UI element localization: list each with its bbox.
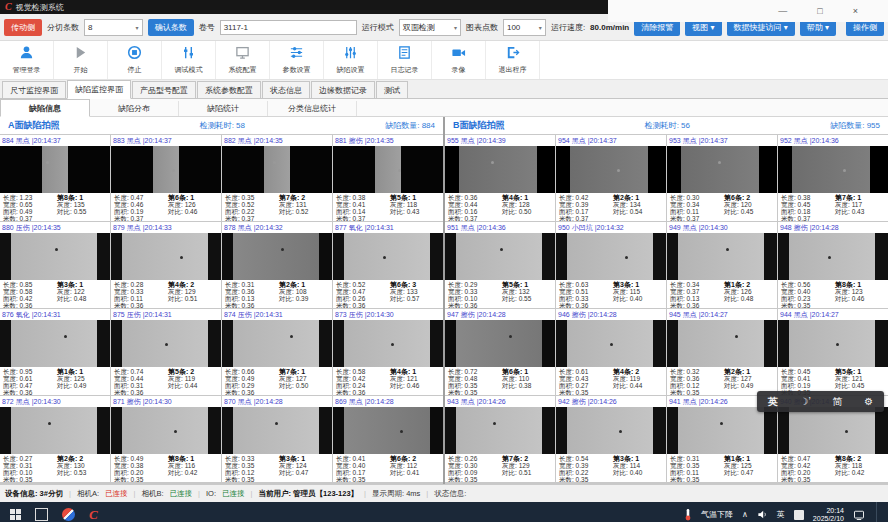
defect-cell[interactable]: 877氧化|20:14:31长度: 0.52宽度: 0.47面积: 0.26米数… (333, 222, 443, 308)
defect-cell[interactable]: 945黑点|20:14:27长度: 0.32宽度: 0.36面积: 0.12米数… (667, 309, 777, 395)
subtab-0[interactable]: 缺陷信息 (0, 99, 90, 117)
defect-image[interactable] (333, 407, 443, 454)
minimize-button[interactable]: — (778, 6, 787, 16)
action-exit[interactable]: 退出程序 (486, 41, 540, 79)
defect-cell[interactable]: 879黑点|20:14:33长度: 0.28宽度: 0.33面积: 0.11米数… (111, 222, 221, 308)
subtab-2[interactable]: 缺陷统计 (179, 101, 268, 116)
defect-cell[interactable]: 869黑点|20:14:28长度: 0.41宽度: 0.40面积: 0.17米数… (333, 396, 443, 482)
defect-cell[interactable]: 871擦伤|20:14:30长度: 0.49宽度: 0.38面积: 0.20米数… (111, 396, 221, 482)
defect-image[interactable] (778, 146, 888, 193)
defect-image[interactable] (778, 320, 888, 367)
defect-image[interactable] (556, 146, 666, 193)
ime-simplified-toggle[interactable]: 简 (832, 395, 842, 409)
ime-english-toggle[interactable]: 英 (768, 395, 778, 409)
weather-text[interactable]: 气温下降 (701, 509, 733, 520)
gear-icon[interactable]: ⚙ (864, 396, 873, 407)
defect-image[interactable] (333, 320, 443, 367)
tray-expand-icon[interactable]: ∧ (742, 510, 748, 519)
chart-points-select[interactable]: 100▾ (503, 19, 546, 36)
defect-cell[interactable]: 872黑点|20:14:30长度: 0.27宽度: 0.31面积: 0.10米数… (0, 396, 110, 482)
defect-image[interactable] (556, 320, 666, 367)
defect-cell[interactable]: 880压伤|20:14:35长度: 0.85宽度: 0.58面积: 0.42米数… (0, 222, 110, 308)
defect-cell[interactable]: 955黑点|20:14:39长度: 0.36宽度: 0.44面积: 0.16米数… (445, 135, 555, 221)
maximize-button[interactable]: □ (817, 6, 822, 16)
tab-2[interactable]: 产品型号配置 (132, 81, 196, 98)
defect-image[interactable] (111, 233, 221, 280)
defect-cell[interactable]: 949黑点|20:14:30长度: 0.34宽度: 0.37面积: 0.13米数… (667, 222, 777, 308)
start-button-icon[interactable] (10, 509, 21, 520)
defect-cell[interactable]: 882黑点|20:14:35长度: 0.35宽度: 0.52面积: 0.22米数… (222, 135, 332, 221)
action-play[interactable]: 开始 (54, 41, 108, 79)
defect-image[interactable] (0, 233, 110, 280)
defect-image[interactable] (556, 233, 666, 280)
tab-6[interactable]: 测试 (376, 81, 408, 98)
subtab-3[interactable]: 分类信息统计 (268, 101, 357, 116)
action-log[interactable]: 日志记录 (378, 41, 432, 79)
defect-image[interactable] (556, 407, 666, 454)
defect-cell[interactable]: 952黑点|20:14:36长度: 0.38宽度: 0.45面积: 0.18米数… (778, 135, 888, 221)
defect-cell[interactable]: 953黑点|20:14:37长度: 0.30宽度: 0.34面积: 0.11米数… (667, 135, 777, 221)
defect-image[interactable] (445, 233, 555, 280)
drive-side-button[interactable]: 传动侧 (4, 19, 42, 36)
confirm-count-button[interactable]: 确认条数 (148, 19, 194, 36)
defect-image[interactable] (667, 320, 777, 367)
moon-icon[interactable]: ☽’ (800, 396, 811, 407)
defect-image[interactable] (667, 407, 777, 454)
defect-cell[interactable]: 943黑点|20:14:26长度: 0.26宽度: 0.30面积: 0.09米数… (445, 396, 555, 482)
defect-image[interactable] (111, 146, 221, 193)
defect-cell[interactable]: 946擦伤|20:14:28长度: 0.61宽度: 0.43面积: 0.27米数… (556, 309, 666, 395)
defect-cell[interactable]: 944黑点|20:14:27长度: 0.45宽度: 0.41面积: 0.19米数… (778, 309, 888, 395)
notification-tray-icon[interactable] (853, 509, 865, 521)
slit-count-select[interactable]: 8▾ (84, 19, 143, 36)
defect-cell[interactable]: 951黑点|20:14:36长度: 0.29宽度: 0.33面积: 0.10米数… (445, 222, 555, 308)
tab-0[interactable]: 尺寸监控界面 (2, 81, 66, 98)
defect-image[interactable] (667, 233, 777, 280)
action-user[interactable]: 管理登录 (0, 41, 54, 79)
defect-cell[interactable]: 948擦伤|20:14:28长度: 0.56宽度: 0.40面积: 0.23米数… (778, 222, 888, 308)
defect-cell[interactable]: 942擦伤|20:14:26长度: 0.54宽度: 0.39面积: 0.22米数… (556, 396, 666, 482)
defect-cell[interactable]: 947擦伤|20:14:28长度: 0.72宽度: 0.48面积: 0.35米数… (445, 309, 555, 395)
defect-image[interactable] (445, 320, 555, 367)
defect-image[interactable] (0, 407, 110, 454)
roll-number-input[interactable]: 3117-1 (220, 20, 357, 35)
defect-cell[interactable]: 875压伤|20:14:31长度: 0.74宽度: 0.44面积: 0.31米数… (111, 309, 221, 395)
defect-image[interactable] (0, 146, 110, 193)
defect-cell[interactable]: 878黑点|20:14:32长度: 0.31宽度: 0.36面积: 0.13米数… (222, 222, 332, 308)
defect-cell[interactable]: 883黑点|20:14:37长度: 0.47宽度: 0.46面积: 0.19米数… (111, 135, 221, 221)
run-mode-select[interactable]: 双面检测▾ (399, 19, 461, 36)
browser-icon[interactable] (62, 508, 75, 521)
action-sliders-h[interactable]: 参数设置 (270, 41, 324, 79)
defect-image[interactable] (111, 407, 221, 454)
defect-cell[interactable]: 873压伤|20:14:30长度: 0.58宽度: 0.42面积: 0.24米数… (333, 309, 443, 395)
action-debug-sliders[interactable]: 调试模式 (162, 41, 216, 79)
defect-image[interactable] (778, 233, 888, 280)
ime-icon[interactable] (794, 510, 804, 520)
language-indicator[interactable]: 英 (777, 509, 785, 520)
defect-cell[interactable]: 874压伤|20:14:31长度: 0.66宽度: 0.49面积: 0.29米数… (222, 309, 332, 395)
subtab-1[interactable]: 缺陷分布 (90, 101, 179, 116)
volume-icon[interactable] (757, 509, 768, 520)
defect-cell[interactable]: 950小凹坑|20:14:32长度: 0.63宽度: 0.51面积: 0.33米… (556, 222, 666, 308)
defect-cell[interactable]: 954黑点|20:14:37长度: 0.42宽度: 0.39面积: 0.17米数… (556, 135, 666, 221)
tab-3[interactable]: 系统参数配置 (197, 81, 261, 98)
action-stop[interactable]: 停止 (108, 41, 162, 79)
show-desktop-button[interactable] (876, 502, 880, 522)
tab-1[interactable]: 缺陷监控界面 (67, 80, 131, 99)
defect-cell[interactable]: 876氧化|20:14:31长度: 0.95宽度: 0.61面积: 0.47米数… (0, 309, 110, 395)
defect-image[interactable] (222, 320, 332, 367)
clock[interactable]: 20:14 2025/2/10 (813, 507, 844, 522)
action-camera[interactable]: 录像 (432, 41, 486, 79)
defect-image[interactable] (111, 320, 221, 367)
defect-image[interactable] (0, 320, 110, 367)
defect-image[interactable] (222, 407, 332, 454)
defect-image[interactable] (445, 407, 555, 454)
defect-image[interactable] (333, 233, 443, 280)
close-button[interactable]: × (853, 6, 858, 16)
defect-image[interactable] (778, 407, 888, 454)
defect-image[interactable] (222, 146, 332, 193)
defect-cell[interactable]: 870黑点|20:14:28长度: 0.33宽度: 0.35面积: 0.12米数… (222, 396, 332, 482)
defect-image[interactable] (667, 146, 777, 193)
defect-cell[interactable]: 884黑点|20:14:37长度: 1.23宽度: 0.65面积: 0.49米数… (0, 135, 110, 221)
tab-5[interactable]: 边缘数据记录 (311, 81, 375, 98)
defect-image[interactable] (222, 233, 332, 280)
